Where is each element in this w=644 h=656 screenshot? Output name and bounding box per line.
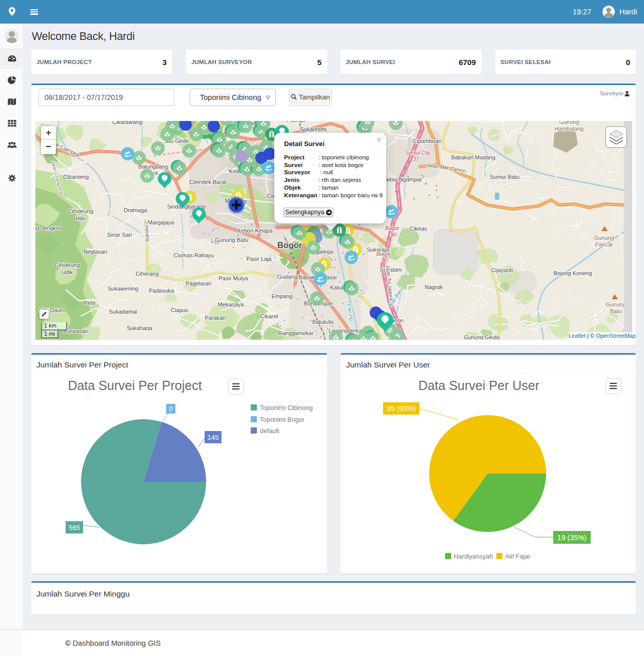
svg-text:Hambalang: Hambalang [555, 126, 583, 132]
svg-text:Balungbang: Balungbang [138, 163, 169, 170]
svg-text:Petir: Petir [84, 300, 96, 306]
svg-text:Toponimi Cibinong: Toponimi Cibinong [260, 404, 313, 412]
svg-text:0: 0 [169, 405, 172, 413]
svg-text:Batu: Batu [610, 308, 622, 314]
svg-text:40: 40 [391, 232, 397, 238]
svg-text:Sukawening: Sukawening [108, 285, 138, 292]
svg-text:Ciomas Rahayu: Ciomas Rahayu [174, 252, 214, 258]
svg-text:Batutulis: Batutulis [312, 319, 334, 325]
svg-text:Alif Fajar: Alif Fajar [505, 553, 530, 560]
svg-text:Padasuka: Padasuka [149, 288, 175, 294]
svg-text:Ciapus: Ciapus [171, 307, 189, 313]
svg-text:Nagrak: Nagrak [425, 284, 443, 290]
svg-text:Cihideung: Cihideung [54, 262, 80, 268]
svg-text:Sukaharja: Sukaharja [127, 325, 152, 331]
svg-text:Kebon Kelapa: Kebon Kelapa [237, 228, 273, 234]
svg-text:Pasir Mulya: Pasir Mulya [218, 275, 248, 281]
svg-text:Pasiraja: Pasiraja [287, 121, 306, 123]
svg-text:Bogor: Bogor [385, 225, 400, 231]
svg-text:Cikaret: Cikaret [260, 313, 278, 319]
svg-text:ng Jengkol: ng Jengkol [35, 225, 61, 231]
svg-text:Sumur Batu: Sumur Batu [490, 174, 519, 180]
svg-text:default: default [260, 427, 279, 435]
svg-text:Cilendek Barat: Cilendek Barat [189, 179, 226, 185]
svg-text:Sukadamai: Sukadamai [109, 309, 137, 315]
svg-text:Udik: Udik [62, 269, 73, 275]
svg-text:Cikeas: Cikeas [410, 225, 427, 232]
svg-text:Cibanteng: Cibanteng [63, 174, 89, 180]
svg-text:Cikarawang: Cikarawang [112, 121, 142, 125]
svg-text:Dramaga: Dramaga [124, 207, 147, 213]
svg-text:Neglasari: Neglasari [84, 249, 107, 255]
svg-text:Ranggamekar: Ranggamekar [278, 330, 313, 336]
svg-text:Parakan: Parakan [205, 315, 226, 321]
svg-text:Ciherang: Ciherang [136, 271, 159, 277]
svg-text:Cipambuan: Cipambuan [413, 138, 441, 144]
svg-text:Bogor: Bogor [277, 240, 303, 250]
svg-text:Gudang: Gudang [277, 274, 297, 280]
svg-text:Sinar Sari: Sinar Sari [107, 232, 132, 238]
svg-text:19 (35%): 19 (35%) [557, 534, 587, 542]
svg-text:Gunung: Gunung [606, 301, 626, 308]
svg-text:Empang: Empang [272, 293, 293, 299]
svg-text:Gunung Geulis: Gunung Geulis [464, 334, 500, 340]
svg-text:Hilir: Hilir [76, 215, 86, 221]
svg-text:Sentul City: Sentul City [406, 150, 431, 156]
svg-text:37: 37 [413, 156, 419, 162]
svg-text:Gunung: Gunung [559, 121, 579, 125]
svg-text:Cijayanti: Cijayanti [491, 267, 513, 273]
svg-text:Toponimi Bogor: Toponimi Bogor [260, 416, 305, 423]
svg-text:Margajaya: Margajaya [148, 219, 174, 225]
svg-text:Pancar: Pancar [595, 241, 613, 248]
svg-text:Cihideung: Cihideung [68, 208, 93, 214]
svg-text:145: 145 [207, 434, 219, 441]
svg-text:Bogor: Bogor [376, 251, 391, 257]
svg-text:Gunung Batu: Gunung Batu [215, 237, 249, 243]
svg-text:40: 40 [382, 257, 388, 263]
svg-text:Pasir Laja: Pasir Laja [247, 256, 272, 262]
svg-text:Bojong Koneng: Bojong Koneng [553, 270, 592, 276]
svg-text:Hardiyansyah: Hardiyansyah [454, 553, 493, 560]
svg-text:Gunung: Gunung [594, 235, 614, 241]
svg-text:Babakan Madang: Babakan Madang [451, 154, 495, 160]
svg-text:Sukaresmi: Sukaresmi [300, 126, 327, 132]
svg-text:565: 565 [69, 524, 80, 531]
svg-text:adas Ngampar: adas Ngampar [385, 176, 422, 182]
svg-text:35 (65%): 35 (65%) [387, 404, 416, 413]
svg-text:Mekarjaya: Mekarjaya [218, 301, 245, 308]
svg-text:Pagelaran: Pagelaran [186, 280, 211, 286]
